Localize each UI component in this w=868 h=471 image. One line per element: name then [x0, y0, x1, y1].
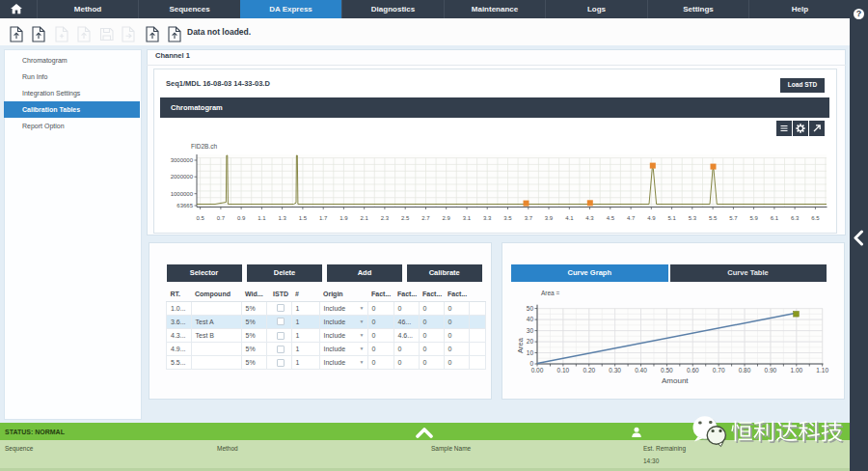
svg-text:0.60: 0.60	[687, 367, 699, 374]
svg-text:3.5: 3.5	[503, 215, 512, 221]
svg-text:5.9: 5.9	[749, 215, 758, 221]
svg-text:1.1: 1.1	[258, 215, 266, 221]
svg-text:1.00: 1.00	[790, 367, 802, 374]
svg-text:3.7: 3.7	[525, 215, 533, 221]
svg-text:1.7: 1.7	[319, 215, 328, 221]
svg-text:40: 40	[527, 316, 534, 322]
svg-text:5.1: 5.1	[667, 215, 676, 221]
svg-text:2.9: 2.9	[443, 215, 451, 221]
svg-text:4.9: 4.9	[647, 215, 656, 221]
svg-text:1.3: 1.3	[278, 215, 286, 221]
svg-text:0.9: 0.9	[237, 215, 246, 221]
svg-text:0.30: 0.30	[609, 367, 621, 374]
svg-text:6.5: 6.5	[811, 215, 820, 221]
svg-text:Area: Area	[516, 337, 525, 353]
svg-text:1.5: 1.5	[299, 215, 308, 221]
svg-text:5.7: 5.7	[729, 215, 738, 221]
svg-text:0.00: 0.00	[531, 367, 544, 374]
svg-text:3.9: 3.9	[545, 215, 554, 221]
svg-text:0.7: 0.7	[217, 215, 226, 221]
svg-text:0.5: 0.5	[196, 215, 204, 221]
svg-text:0.80: 0.80	[739, 367, 751, 374]
svg-text:6.1: 6.1	[771, 215, 779, 221]
svg-text:1000000: 1000000	[171, 191, 194, 197]
svg-text:4.1: 4.1	[565, 215, 574, 221]
svg-text:5.5: 5.5	[709, 215, 718, 221]
svg-text:0.90: 0.90	[765, 367, 777, 374]
svg-text:4.5: 4.5	[607, 215, 615, 221]
svg-text:0.40: 0.40	[635, 367, 647, 374]
svg-text:6.3: 6.3	[791, 215, 800, 221]
svg-text:2.5: 2.5	[401, 215, 410, 221]
svg-text:0.70: 0.70	[713, 367, 725, 374]
svg-text:1.10: 1.10	[816, 367, 828, 374]
svg-text:2.1: 2.1	[361, 215, 369, 221]
svg-text:3000000: 3000000	[171, 157, 194, 163]
svg-text:3.3: 3.3	[483, 215, 492, 221]
svg-text:30: 30	[527, 327, 534, 334]
svg-text:4.3: 4.3	[585, 215, 594, 221]
svg-text:2.7: 2.7	[421, 215, 430, 221]
svg-text:3.1: 3.1	[463, 215, 472, 221]
svg-text:0.10: 0.10	[557, 367, 570, 374]
svg-text:10: 10	[527, 349, 534, 356]
svg-text:2000000: 2000000	[171, 174, 194, 180]
svg-text:50: 50	[527, 305, 534, 312]
svg-text:20: 20	[527, 338, 534, 345]
svg-text:63665: 63665	[176, 203, 193, 208]
svg-text:1.9: 1.9	[339, 215, 348, 221]
svg-text:2.3: 2.3	[381, 215, 390, 221]
svg-text:4.7: 4.7	[627, 215, 636, 221]
svg-text:5.3: 5.3	[689, 215, 697, 221]
svg-text:0.20: 0.20	[583, 367, 595, 374]
svg-text:0.50: 0.50	[661, 367, 673, 374]
